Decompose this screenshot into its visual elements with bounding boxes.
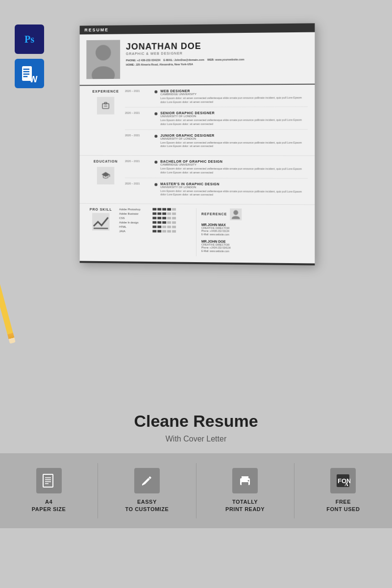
skills-col: PRO SKILL Adobe Photoshop bbox=[86, 208, 196, 256]
skill-row-3: CSS bbox=[119, 217, 191, 220]
skill-row-5: HTML bbox=[119, 225, 191, 229]
skill-name-3: CSS bbox=[119, 217, 150, 220]
resume-bottom-border bbox=[80, 261, 315, 265]
bar bbox=[167, 226, 171, 228]
bar bbox=[157, 208, 161, 211]
svg-text:FON: FON bbox=[338, 477, 350, 485]
edu-dot-1 bbox=[154, 161, 157, 164]
ref-email-2: E-Mail: www.website.com bbox=[201, 249, 229, 253]
experience-icon-box bbox=[97, 97, 114, 115]
edu-date-2: 2020 – 2021 bbox=[125, 182, 151, 185]
print-label-line2: PRINT READY bbox=[225, 506, 265, 512]
feature-customize: EASSY TO CUSTOMIZE bbox=[98, 463, 196, 518]
pencil-decoration bbox=[0, 238, 16, 344]
email-value: JohnDoe@domain.com bbox=[174, 58, 204, 61]
photoshop-icon: Ps bbox=[15, 24, 44, 54]
bar bbox=[152, 230, 156, 233]
email-label: E-MAIL: bbox=[163, 58, 173, 61]
skill-bars-4 bbox=[152, 221, 176, 224]
phone-label: PHONE: bbox=[126, 59, 136, 62]
svg-text:W: W bbox=[29, 74, 38, 84]
svg-point-16 bbox=[234, 210, 239, 215]
a4-icon-box bbox=[36, 468, 62, 493]
experience-entry-3: 2020 – 2021 JUNIOR GRAPHIC DESIGNER UNIV… bbox=[125, 134, 308, 152]
exp-date-1: 2020 – 2021 bbox=[125, 89, 151, 92]
skill-name-2: Adobe Illustrator bbox=[119, 212, 150, 215]
bar bbox=[157, 230, 161, 233]
exp-dot-3 bbox=[154, 135, 157, 138]
features-bar: A4 PAPER SIZE EASSY TO CUSTOMIZE T bbox=[0, 453, 392, 528]
bar bbox=[162, 230, 166, 233]
edu-date-1: 2020 – 2021 bbox=[125, 160, 151, 163]
bar bbox=[152, 213, 156, 215]
resume-name-block: JONATHAN DOE GRAPHIC & WEB DESIGNER PHON… bbox=[126, 38, 308, 79]
bar bbox=[172, 226, 176, 228]
web-value: www.yourwebsite.com bbox=[215, 58, 244, 61]
bar bbox=[172, 221, 176, 224]
bar bbox=[157, 226, 161, 228]
product-title: Cleane Resume bbox=[10, 412, 382, 431]
a4-label-line1: A4 bbox=[45, 499, 52, 505]
home-value: J25 Almeria Road, Alexandria, New York-U… bbox=[136, 63, 193, 66]
bar bbox=[157, 221, 161, 224]
ref-contact-1: Phone :+0438-232-53134 E-Mail: www.websi… bbox=[201, 229, 308, 238]
edu-company-1: CAMBRIDGE UNIVERSITY bbox=[160, 163, 308, 167]
bar bbox=[162, 221, 166, 224]
a4-label: A4 PAPER SIZE bbox=[32, 498, 66, 514]
education-entry-1: 2020 – 2021 BACHELOR OF GRAPHIC DESIGN C… bbox=[125, 160, 308, 178]
product-subtitle: With Cover Letter bbox=[10, 435, 382, 443]
home-label: HOME: bbox=[126, 63, 135, 66]
svg-text:A: A bbox=[344, 481, 348, 487]
edu-text-2: MASTER'S IN GRAPHIC DESIGN UNIVERSITY OF… bbox=[160, 182, 308, 197]
skill-row-4: Adobe In design bbox=[119, 221, 191, 224]
customize-label: EASSY TO CUSTOMIZE bbox=[125, 498, 169, 514]
skill-icon-box bbox=[92, 213, 109, 231]
experience-entry-2: 2020 – 2021 SENIOR GRAPHIC DESIGNER UNIV… bbox=[125, 111, 308, 130]
bar bbox=[167, 221, 171, 224]
bar bbox=[152, 221, 156, 224]
resume-label: RESUME bbox=[84, 27, 109, 32]
reference-label: REFERENCE bbox=[201, 212, 227, 216]
exp-desc-2: Lore Epsom dolor: sit amen connected zel… bbox=[160, 119, 308, 126]
exp-text-1: WEB DESIGNER CAMBRIDGE UNIVERSITY Lore E… bbox=[160, 89, 308, 104]
exp-company-2: UNIVERSITY OF LONDON bbox=[160, 115, 308, 118]
education-entry-2: 2020 – 2021 MASTER'S IN GRAPHIC DESIGN U… bbox=[125, 182, 308, 200]
resume-document: RESUME JONATHAN DOE GRAPHIC & WEB DESIGN… bbox=[80, 23, 315, 265]
education-content: 2020 – 2021 BACHELOR OF GRAPHIC DESIGN C… bbox=[125, 160, 308, 200]
svg-rect-11 bbox=[104, 102, 107, 104]
svg-point-8 bbox=[96, 45, 111, 61]
skill-bars-3 bbox=[152, 217, 176, 220]
edu-desc-2: Lore Epsom dolor: sit amen connected zel… bbox=[160, 189, 308, 197]
exp-dot-1 bbox=[154, 90, 157, 93]
experience-content: 2020 – 2021 WEB DESIGNER CAMBRIDGE UNIVE… bbox=[125, 89, 308, 151]
svg-rect-2 bbox=[24, 69, 30, 70]
reference-header: REFERENCE bbox=[201, 208, 308, 220]
bar bbox=[172, 213, 176, 215]
customize-icon-box bbox=[134, 468, 160, 493]
bar bbox=[157, 217, 161, 220]
customize-label-line2: TO CUSTOMIZE bbox=[125, 506, 169, 512]
bar bbox=[162, 208, 166, 211]
skill-bars-2 bbox=[152, 213, 176, 215]
experience-section: EXPERIENCE 2020 – 2021 WEB DESIGNER bbox=[80, 85, 315, 156]
exp-desc-3: Lore Epsom dolor: sit amen connected zel… bbox=[160, 141, 308, 149]
phone-value: +2 436-232-534234 bbox=[137, 59, 161, 62]
ref-contact-2: Phone :+2434-232-534134 E-Mail: www.webs… bbox=[201, 246, 308, 254]
education-section: EDUCATION 2020 – 2021 BACHELOR OF G bbox=[80, 156, 315, 205]
skill-name-1: Adobe Photoshop bbox=[119, 208, 150, 211]
skill-row-1: Adobe Photoshop bbox=[119, 208, 191, 211]
bar bbox=[152, 208, 156, 211]
a4-label-line2: PAPER SIZE bbox=[32, 506, 66, 512]
exp-desc-1: Lore Epsom dolor: sit amen connected zel… bbox=[160, 96, 308, 104]
reference-icon bbox=[230, 208, 242, 220]
ref-person-1: MR.JOHN MAX CREATIVE DIRECTOR Phone :+04… bbox=[201, 223, 308, 238]
education-label: EDUCATION bbox=[94, 160, 118, 163]
app-icons: Ps W bbox=[15, 24, 44, 88]
edu-dot-2 bbox=[154, 183, 157, 186]
skills-label-col: PRO SKILL bbox=[86, 208, 115, 234]
education-icon-box bbox=[97, 167, 114, 185]
bar bbox=[172, 217, 176, 220]
pro-skill-label: PRO SKILL bbox=[86, 208, 115, 211]
skill-list: Adobe Photoshop Adobe Illustrator bbox=[119, 208, 191, 235]
ref-person-2: MR.JOHN DOE CREATIVE DIRECTOR Phone :+24… bbox=[201, 240, 308, 254]
